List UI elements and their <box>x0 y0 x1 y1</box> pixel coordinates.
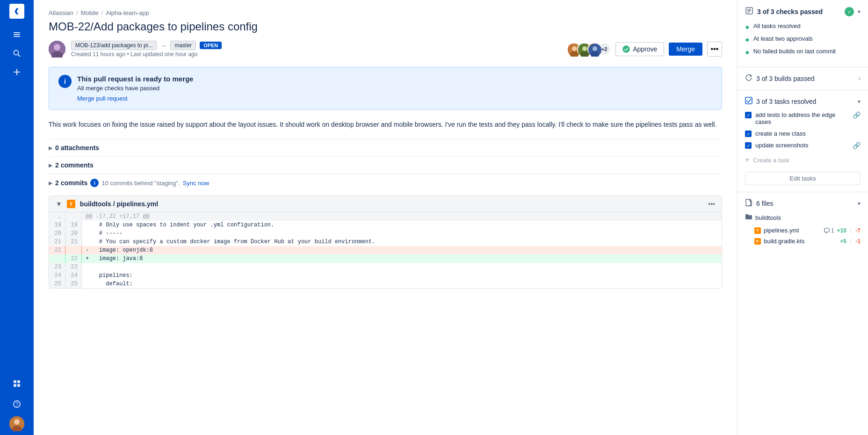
file-2-added: +5 <box>840 238 846 245</box>
diff-file-type-icon: Y <box>67 200 75 208</box>
approve-button[interactable]: Approve <box>615 42 664 56</box>
diff-ln-22-new-added: 22 <box>65 254 82 263</box>
commits-section[interactable]: ▶ 2 commits i 10 commits behind "staging… <box>49 174 722 192</box>
check-builds-label: No failed builds on last commit <box>753 48 836 55</box>
diff-file-path: buildtools / pipelines.yml <box>80 200 158 208</box>
user-avatar[interactable] <box>9 416 24 431</box>
merge-pull-request-link[interactable]: Merge pull request <box>77 95 128 102</box>
diff-ln-24-old: 24 <box>49 271 65 280</box>
diff-separator-label: @@ -17,22 +17,17 @@ <box>82 212 722 221</box>
task-item-2: ✓ create a new class <box>745 130 861 137</box>
diff-ln-22-new <box>65 246 82 254</box>
files-count-title: 6 files <box>756 200 854 207</box>
pr-actions: +2 Approve Merge ••• <box>567 42 722 57</box>
builds-header[interactable]: 3 of 3 builds passed › <box>745 74 861 83</box>
diff-code-21: # You can specify a custom docker image … <box>82 238 722 246</box>
grid-icon[interactable] <box>8 375 25 392</box>
tasks-section: 3 of 3 tasks resolved ▾ ✓ add tests to a… <box>738 90 868 192</box>
diff-toggle-icon[interactable]: ▼ <box>56 200 62 208</box>
pr-status-badge: OPEN <box>200 42 222 49</box>
task-1-checkbox[interactable]: ✓ <box>745 112 752 118</box>
checks-chevron-icon[interactable]: ▾ <box>858 8 861 15</box>
source-branch[interactable]: MOB-123/add packages to pi... <box>71 41 157 50</box>
svg-rect-1 <box>14 34 20 35</box>
tasks-title: 3 of 3 tasks resolved <box>756 98 854 105</box>
file-1-type-icon: Y <box>754 227 761 234</box>
breadcrumb-sep-2: / <box>101 9 103 16</box>
checks-list-icon <box>745 7 753 17</box>
breadcrumb-mobile[interactable]: Mobile <box>80 9 98 16</box>
diff-line-22-removed: 22 - image: openjdk:8 <box>49 246 722 254</box>
attachments-section[interactable]: ▶ 0 attachments <box>49 139 722 156</box>
more-options-button[interactable]: ••• <box>707 42 722 57</box>
task-1-link-icon[interactable]: 🔗 <box>853 111 861 119</box>
search-icon[interactable] <box>8 45 25 62</box>
tasks-header[interactable]: 3 of 3 tasks resolved ▾ <box>745 97 861 106</box>
app-logo[interactable] <box>9 4 24 19</box>
diff-ln-23-new: 23 <box>65 263 82 271</box>
files-header[interactable]: 6 files ▾ <box>745 199 861 208</box>
edit-tasks-button[interactable]: Edit tasks <box>745 172 861 185</box>
diff-ln-20-new: 20 <box>65 229 82 238</box>
pr-description: This work focuses on fixing the issue ra… <box>49 119 722 130</box>
svg-line-4 <box>18 55 21 57</box>
svg-rect-7 <box>14 380 16 383</box>
diff-header: ▼ Y buildtools / pipelines.yml ••• <box>49 196 722 212</box>
comments-section[interactable]: ▶ 2 comments <box>49 156 722 174</box>
breadcrumb-alpha[interactable]: Alpha-team-app <box>106 9 149 16</box>
merge-button[interactable]: Merge <box>669 43 702 56</box>
task-3-link-icon[interactable]: 🔗 <box>853 142 861 149</box>
diff-more-options[interactable]: ••• <box>708 200 715 208</box>
svg-rect-2 <box>14 36 20 37</box>
file-row-2: K build.gradle.kts +5 | -1 <box>745 236 861 246</box>
hamburger-menu-icon[interactable] <box>8 26 25 43</box>
help-icon[interactable]: ? <box>8 396 25 413</box>
file-1-name[interactable]: pipelines.yml <box>764 227 821 234</box>
commits-chevron-icon: ▶ <box>49 181 52 186</box>
builds-section: 3 of 3 builds passed › <box>738 67 868 90</box>
diff-body: … @@ -17,22 +17,17 @@ 19 19 # Only use s… <box>49 212 722 288</box>
svg-point-26 <box>593 46 597 51</box>
check-tasks-label: All tasks resolved <box>753 22 801 29</box>
checks-passed-icon: ✓ <box>845 7 854 16</box>
create-task-button[interactable]: + Create a task <box>745 154 861 166</box>
builds-chevron-icon[interactable]: › <box>859 75 861 82</box>
svg-rect-0 <box>14 32 20 33</box>
check-item-builds: ● No failed builds on last commit <box>745 48 861 57</box>
sync-now-link[interactable]: Sync now <box>183 180 209 187</box>
checks-section: 3 of 3 checks passed ✓ ▾ ● All tasks res… <box>738 0 868 67</box>
diff-line-20: 20 20 # ----- <box>49 229 722 238</box>
breadcrumb-atlassian[interactable]: Atlassian <box>49 9 73 16</box>
svg-rect-6 <box>14 72 20 72</box>
target-branch[interactable]: master <box>170 41 196 50</box>
breadcrumb: Atlassian / Mobile / Alpha-team-app <box>49 9 722 16</box>
comments-chevron-icon: ▶ <box>49 163 52 168</box>
builds-refresh-icon <box>745 74 752 83</box>
diff-line-23: 23 23 <box>49 263 722 271</box>
diff-sep-ln1: … <box>49 212 65 221</box>
diff-code-22-removed: - image: openjdk:8 <box>82 246 722 254</box>
task-item-1: ✓ add tests to address the edge cases 🔗 <box>745 111 861 125</box>
files-chevron-icon[interactable]: ▾ <box>858 200 861 207</box>
attachments-label: 0 attachments <box>55 144 99 152</box>
diff-code-20: # ----- <box>82 229 722 238</box>
task-2-checkbox[interactable]: ✓ <box>745 130 752 137</box>
file-2-name[interactable]: build.gradle.kts <box>764 238 837 245</box>
check-builds-icon: ● <box>745 48 750 57</box>
tasks-chevron-icon[interactable]: ▾ <box>858 98 861 105</box>
branch-arrow-icon: → <box>160 42 166 49</box>
diff-code-22-added: + image: java:8 <box>82 254 722 263</box>
pr-date: Created 11 hours ago • Last updated one … <box>71 51 222 58</box>
left-sidebar: ? <box>0 0 34 435</box>
task-3-checkbox[interactable]: ✓ <box>745 142 752 149</box>
checks-header: 3 of 3 checks passed ✓ ▾ <box>745 7 861 17</box>
diff-ln-20-old: 20 <box>49 229 65 238</box>
reviewer-avatar-3 <box>587 43 600 56</box>
svg-point-23 <box>582 46 587 51</box>
diff-ln-22-old: 22 <box>49 246 65 254</box>
diff-code-25: default: <box>82 280 722 288</box>
diff-container: ▼ Y buildtools / pipelines.yml ••• … @@ … <box>49 196 722 289</box>
commits-info-icon: i <box>90 179 99 187</box>
create-icon[interactable] <box>8 64 25 80</box>
file-1-comment: 1 <box>824 227 834 234</box>
